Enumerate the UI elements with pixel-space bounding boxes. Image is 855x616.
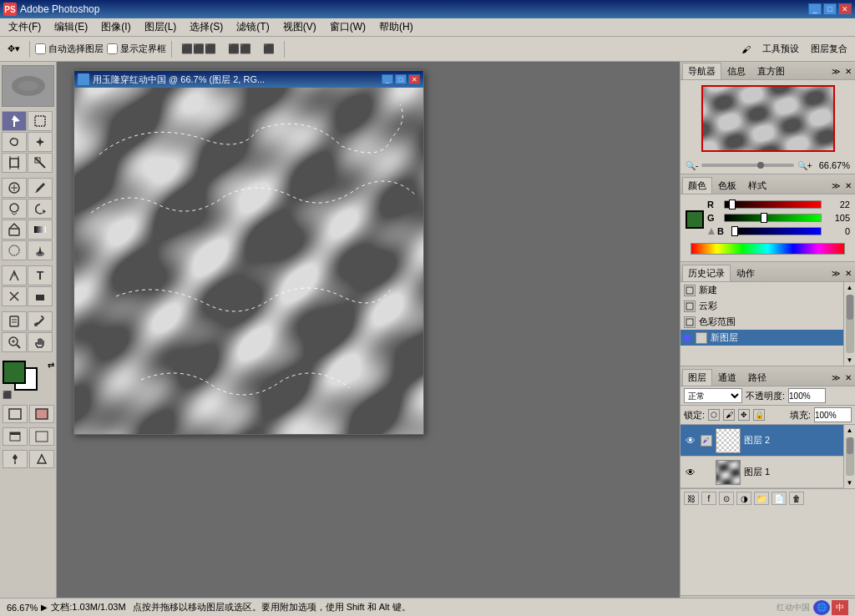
- history-tab[interactable]: 历史记录: [682, 265, 731, 281]
- standard-mode-btn[interactable]: [3, 405, 28, 423]
- zoom-out-icon[interactable]: 🔍-: [686, 161, 698, 170]
- gradient-tool[interactable]: [28, 220, 53, 240]
- layers-scroll-down[interactable]: ▼: [847, 477, 853, 488]
- menu-edit[interactable]: 编辑(E): [48, 18, 94, 36]
- lock-transparency-btn[interactable]: ⬡: [708, 409, 720, 421]
- scroll-thumb[interactable]: [847, 295, 853, 320]
- color-menu-icon[interactable]: ≫: [830, 181, 842, 190]
- layers-close-icon[interactable]: ✕: [843, 373, 853, 382]
- lock-move-btn[interactable]: ✥: [738, 409, 750, 421]
- scroll-down-arrow[interactable]: ▼: [847, 355, 853, 366]
- brush-tool[interactable]: [28, 178, 53, 198]
- swap-colors-icon[interactable]: ⇄: [48, 361, 54, 370]
- quick-mask-btn[interactable]: [29, 405, 54, 423]
- menu-window[interactable]: 窗口(W): [323, 18, 372, 36]
- scroll-up-arrow[interactable]: ▲: [847, 282, 853, 293]
- extra-btn-2[interactable]: [29, 450, 54, 468]
- shape-tool[interactable]: [28, 286, 53, 306]
- slice-tool[interactable]: [28, 153, 53, 173]
- extra-btn-1[interactable]: [3, 450, 28, 468]
- menu-filter[interactable]: 滤镜(T): [230, 18, 276, 36]
- hand-tool[interactable]: [28, 332, 53, 352]
- minimize-button[interactable]: _: [808, 3, 822, 15]
- current-color-swatch[interactable]: [686, 210, 704, 229]
- paths-tab[interactable]: 路径: [742, 369, 772, 386]
- tool-presets-btn[interactable]: 工具预设: [758, 40, 803, 58]
- layers-tab[interactable]: 图层: [682, 369, 712, 386]
- lock-all-btn[interactable]: 🔒: [753, 409, 765, 421]
- layers-menu-icon[interactable]: ≫: [830, 373, 842, 382]
- history-item-newlayer[interactable]: 新图层: [680, 330, 843, 346]
- layer-2-link-icon[interactable]: 🖌: [701, 435, 712, 447]
- blend-mode-select[interactable]: 正常: [684, 388, 742, 403]
- red-slider[interactable]: [724, 200, 822, 209]
- notes-tool[interactable]: [2, 311, 27, 331]
- color-spectrum[interactable]: [691, 243, 845, 255]
- layers-scroll-up[interactable]: ▲: [847, 425, 853, 436]
- layer-row-2[interactable]: 👁 🖌 图层 2: [680, 425, 843, 457]
- text-tool[interactable]: T: [28, 265, 53, 285]
- layer-row-1[interactable]: 👁 图层 1: [680, 457, 843, 488]
- doc-minimize-btn[interactable]: _: [382, 74, 393, 84]
- show-bounds-checkbox[interactable]: 显示定界框: [107, 43, 166, 55]
- auto-select-checkbox[interactable]: 自动选择图层: [35, 43, 104, 55]
- layer-comp-btn[interactable]: 图层复合: [807, 40, 852, 58]
- menu-select[interactable]: 选择(S): [183, 18, 230, 36]
- menu-image[interactable]: 图像(I): [94, 18, 137, 36]
- screen-mode-1[interactable]: [3, 427, 28, 446]
- navigator-close-icon[interactable]: ✕: [843, 67, 853, 76]
- color-close-icon[interactable]: ✕: [843, 181, 853, 190]
- network-icon[interactable]: 🌐: [813, 600, 830, 615]
- doc-maximize-btn[interactable]: □: [395, 74, 407, 84]
- layer-1-visibility[interactable]: 👁: [684, 466, 697, 479]
- pen-tool[interactable]: [2, 265, 27, 285]
- move-tool-btn[interactable]: ✥▾: [3, 41, 24, 57]
- layers-scroll-thumb[interactable]: [847, 437, 853, 454]
- crop-tool[interactable]: [2, 153, 27, 173]
- navigator-tab[interactable]: 导航器: [682, 63, 721, 79]
- default-colors-icon[interactable]: ⬛: [3, 391, 12, 399]
- close-button[interactable]: ✕: [838, 3, 852, 15]
- magic-wand-tool[interactable]: [28, 132, 53, 152]
- add-style-btn[interactable]: f: [701, 492, 716, 505]
- dodge-tool[interactable]: [28, 240, 53, 260]
- new-fill-layer-btn[interactable]: ◑: [736, 492, 751, 505]
- lasso-tool[interactable]: [2, 132, 27, 152]
- move-tool[interactable]: [2, 111, 27, 131]
- styles-tab[interactable]: 样式: [742, 177, 772, 194]
- heal-tool[interactable]: [2, 178, 27, 198]
- history-brush-tool[interactable]: [28, 199, 53, 219]
- channels-tab[interactable]: 通道: [712, 369, 742, 386]
- info-tab[interactable]: 信息: [721, 63, 751, 79]
- history-close-icon[interactable]: ✕: [843, 269, 853, 278]
- zoom-slider[interactable]: [701, 164, 794, 167]
- history-item-clouds[interactable]: 云彩: [680, 298, 843, 314]
- status-arrow[interactable]: ▶: [41, 603, 48, 612]
- layer-2-visibility[interactable]: 👁: [684, 434, 697, 447]
- new-layer-btn[interactable]: 📄: [772, 492, 787, 505]
- clone-tool[interactable]: [2, 199, 27, 219]
- zoom-tool[interactable]: [2, 332, 27, 352]
- foreground-color-swatch[interactable]: [3, 361, 26, 384]
- opacity-input[interactable]: 100%: [788, 388, 826, 403]
- doc-close-btn[interactable]: ✕: [408, 74, 420, 84]
- add-mask-btn[interactable]: ⊙: [719, 492, 734, 505]
- fill-input[interactable]: [814, 407, 852, 422]
- history-item-new[interactable]: 新建: [680, 282, 843, 298]
- eraser-tool[interactable]: [2, 220, 27, 240]
- menu-view[interactable]: 视图(V): [276, 18, 323, 36]
- delete-layer-btn[interactable]: 🗑: [789, 492, 804, 505]
- align-left-btn[interactable]: ⬛⬛⬛: [177, 41, 220, 57]
- menu-help[interactable]: 帮助(H): [372, 18, 420, 36]
- link-layers-btn[interactable]: ⛓: [684, 492, 699, 505]
- history-menu-icon[interactable]: ≫: [830, 269, 842, 278]
- blur-tool[interactable]: [2, 240, 27, 260]
- menu-layer[interactable]: 图层(L): [138, 18, 184, 36]
- lock-paint-btn[interactable]: 🖌: [723, 409, 735, 421]
- align-center-btn[interactable]: ⬛⬛: [224, 41, 255, 57]
- menu-file[interactable]: 文件(F): [2, 18, 48, 36]
- path-select-tool[interactable]: [2, 286, 27, 306]
- brush-preset-btn[interactable]: 🖌: [737, 42, 755, 57]
- blue-slider[interactable]: [734, 227, 822, 235]
- swatches-tab[interactable]: 色板: [712, 177, 742, 194]
